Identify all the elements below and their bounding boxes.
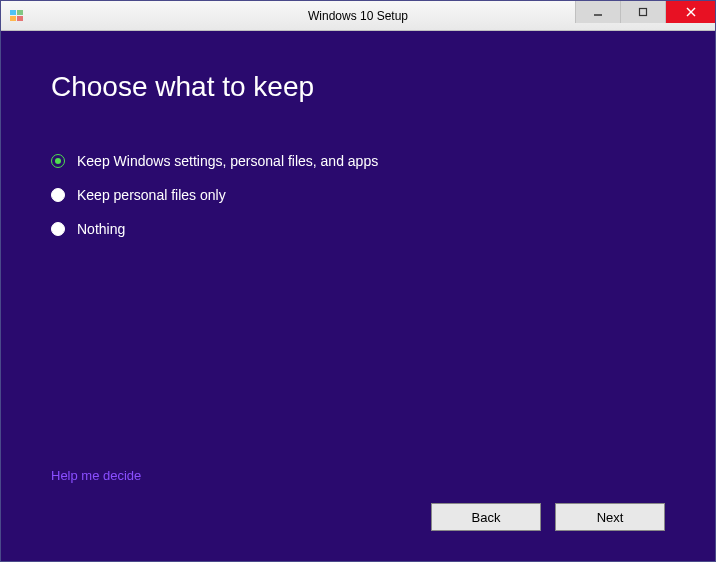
- option-keep-files[interactable]: Keep personal files only: [51, 187, 665, 203]
- option-label: Keep personal files only: [77, 187, 226, 203]
- spacer: [51, 237, 665, 468]
- titlebar-controls: [575, 1, 715, 30]
- setup-window: Windows 10 Setup Choose what to keep Kee…: [0, 0, 716, 562]
- svg-rect-0: [10, 10, 16, 15]
- option-label: Nothing: [77, 221, 125, 237]
- radio-icon: [51, 222, 65, 236]
- option-label: Keep Windows settings, personal files, a…: [77, 153, 378, 169]
- svg-rect-2: [10, 16, 16, 21]
- radio-dot-icon: [55, 158, 61, 164]
- option-nothing[interactable]: Nothing: [51, 221, 665, 237]
- window-title: Windows 10 Setup: [308, 9, 408, 23]
- radio-icon: [51, 154, 65, 168]
- svg-rect-3: [17, 16, 23, 21]
- options-group: Keep Windows settings, personal files, a…: [51, 153, 665, 237]
- footer-buttons: Back Next: [51, 503, 665, 531]
- option-keep-all[interactable]: Keep Windows settings, personal files, a…: [51, 153, 665, 169]
- maximize-button[interactable]: [620, 1, 665, 23]
- page-heading: Choose what to keep: [51, 71, 665, 103]
- help-link[interactable]: Help me decide: [51, 468, 665, 483]
- svg-rect-5: [640, 9, 647, 16]
- titlebar: Windows 10 Setup: [1, 1, 715, 31]
- svg-rect-1: [17, 10, 23, 15]
- minimize-button[interactable]: [575, 1, 620, 23]
- radio-icon: [51, 188, 65, 202]
- next-button[interactable]: Next: [555, 503, 665, 531]
- app-icon: [9, 8, 25, 24]
- close-button[interactable]: [665, 1, 715, 23]
- content-area: Choose what to keep Keep Windows setting…: [1, 31, 715, 561]
- back-button[interactable]: Back: [431, 503, 541, 531]
